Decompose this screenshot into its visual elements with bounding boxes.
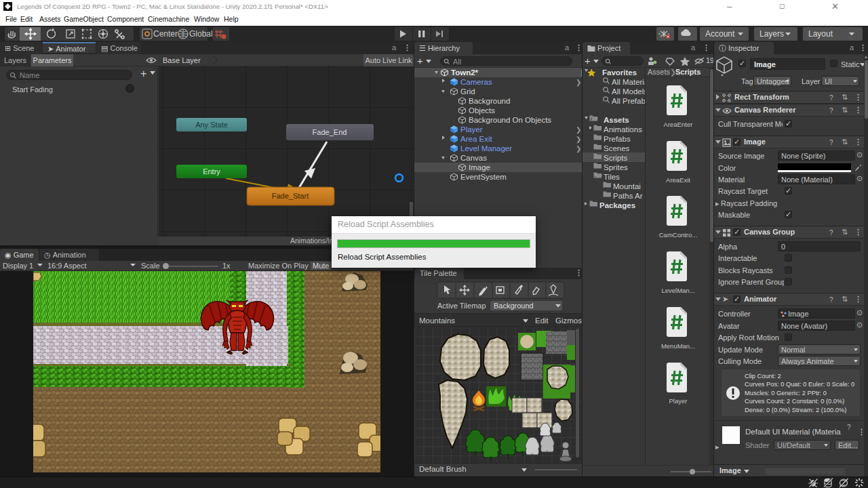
svg-text:Fade_End: Fade_End	[313, 128, 347, 136]
svg-text:Background On Objects: Background On Objects	[469, 116, 551, 124]
svg-text:AreaExit: AreaExit	[666, 176, 690, 184]
svg-text:Layout: Layout	[808, 29, 833, 39]
svg-text:All Prefabs: All Prefabs	[612, 97, 645, 105]
svg-text:All Materia: All Materia	[612, 78, 645, 86]
svg-text:Area Exit: Area Exit	[460, 135, 492, 143]
svg-text:Layers: Layers	[760, 29, 784, 39]
svg-text:Canvas: Canvas	[460, 154, 487, 162]
svg-text:Image: Image	[469, 163, 490, 171]
svg-text:All Models: All Models	[612, 87, 645, 96]
svg-text:LevelMan...: LevelMan...	[661, 287, 694, 294]
svg-text:Scenes: Scenes	[604, 144, 630, 152]
svg-text:❯: ❯	[576, 145, 581, 153]
svg-text:Background: Background	[469, 97, 510, 105]
svg-text:Cameras: Cameras	[460, 78, 492, 86]
svg-text:Town2*: Town2*	[451, 68, 479, 77]
svg-text:Objects: Objects	[469, 106, 495, 115]
svg-text:Fade_Start: Fade_Start	[272, 192, 309, 200]
svg-text:Level Manager: Level Manager	[460, 144, 512, 152]
svg-text:Scripts: Scripts	[604, 154, 627, 162]
svg-text:❯: ❯	[576, 126, 581, 134]
svg-text:Mountai: Mountai	[613, 182, 641, 190]
svg-text:AreaEnter: AreaEnter	[664, 121, 693, 128]
svg-text:Player: Player	[460, 125, 483, 134]
svg-text:Account: Account	[705, 29, 735, 39]
svg-text:Active Tilemap: Active Tilemap	[437, 302, 486, 310]
svg-text:Sprites: Sprites	[604, 163, 628, 171]
svg-text:Background: Background	[494, 302, 534, 310]
svg-text:Packages: Packages	[599, 201, 635, 209]
svg-text:MenuMan...: MenuMan...	[661, 342, 695, 350]
svg-text:CamContro...: CamContro...	[659, 231, 698, 239]
svg-text:Assets: Assets	[604, 116, 629, 124]
svg-text:❯: ❯	[576, 136, 581, 144]
svg-text:Paths Ar: Paths Ar	[613, 192, 643, 200]
svg-text:❯: ❯	[576, 79, 581, 87]
svg-text:Animations: Animations	[604, 125, 642, 134]
svg-text:Any State: Any State	[195, 121, 228, 129]
svg-text:Center: Center	[153, 29, 178, 39]
svg-text:EventSystem: EventSystem	[460, 173, 507, 181]
svg-text:Grid: Grid	[460, 87, 475, 96]
svg-text:Prefabs: Prefabs	[604, 135, 631, 143]
svg-text:Tiles: Tiles	[604, 173, 620, 181]
svg-text:Player: Player	[669, 397, 688, 405]
svg-text:Global: Global	[189, 29, 213, 39]
svg-text:Favorites: Favorites	[602, 68, 637, 77]
svg-text:Entry: Entry	[203, 167, 220, 176]
